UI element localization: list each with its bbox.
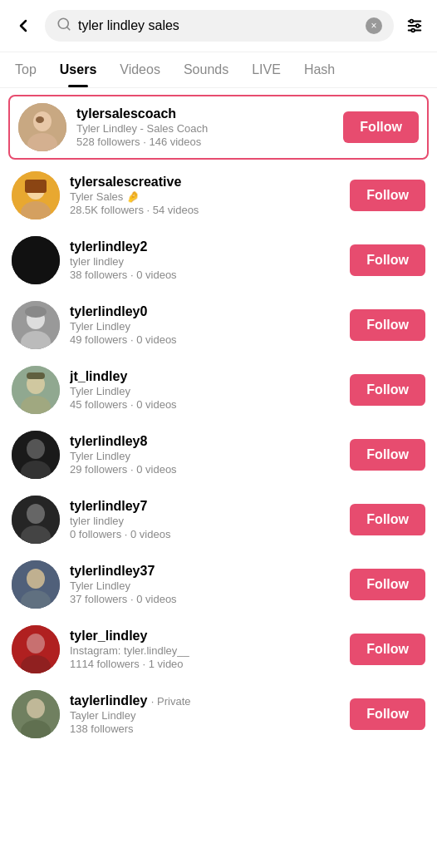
svg-rect-25: [27, 372, 45, 379]
user-name: Tyler Lindley: [70, 450, 340, 462]
follow-button[interactable]: Follow: [350, 504, 425, 535]
avatar: [12, 431, 60, 479]
user-info: tylersalescoach Tyler Lindley - Sales Co…: [76, 106, 333, 148]
user-info: jt_lindley Tyler Lindley 45 followers · …: [70, 369, 340, 411]
svg-rect-17: [12, 236, 60, 284]
list-item[interactable]: tylerlindley0 Tyler Lindley 49 followers…: [0, 293, 437, 358]
follow-button[interactable]: Follow: [350, 180, 425, 211]
user-handle: jt_lindley: [70, 369, 340, 384]
tab-users[interactable]: Users: [48, 52, 108, 87]
clear-button[interactable]: ×: [366, 17, 382, 34]
avatar: [12, 236, 60, 284]
avatar: [12, 171, 60, 219]
list-item[interactable]: tyler_lindley Instagram: tyler.lindley__…: [0, 617, 437, 682]
user-info: tylerlindley0 Tyler Lindley 49 followers…: [70, 304, 340, 346]
svg-point-30: [27, 504, 45, 524]
follow-button[interactable]: Follow: [350, 309, 425, 341]
clear-icon: ×: [371, 20, 376, 32]
private-badge: · Private: [151, 695, 191, 708]
user-name: Instagram: tyler.lindley__: [70, 644, 340, 657]
avatar: [12, 690, 60, 738]
follow-button[interactable]: Follow: [350, 439, 425, 471]
back-button[interactable]: [10, 12, 37, 39]
filter-button[interactable]: [402, 13, 427, 38]
user-info: tylersalescreative Tyler Sales 🤌 28.5K f…: [70, 175, 340, 216]
list-item[interactable]: tylerlindley37 Tyler Lindley 37 follower…: [0, 552, 437, 617]
svg-point-5: [410, 20, 414, 23]
svg-point-36: [27, 634, 45, 653]
svg-point-39: [27, 698, 45, 718]
follow-button[interactable]: Follow: [343, 111, 419, 143]
svg-point-33: [27, 569, 45, 589]
avatar: [12, 496, 60, 544]
user-handle: tylerlindley37: [70, 564, 340, 579]
user-stats: 37 followers · 0 videos: [70, 593, 340, 605]
list-item[interactable]: tylerlindley2 tyler lindley 38 followers…: [0, 228, 437, 293]
user-name: Tyler Lindley: [70, 385, 340, 397]
avatar: [12, 625, 60, 673]
user-stats: 45 followers · 0 videos: [70, 398, 340, 411]
list-item[interactable]: jt_lindley Tyler Lindley 45 followers · …: [0, 358, 437, 422]
list-item[interactable]: taylerlindley · Private Tayler Lindley 1…: [0, 682, 437, 747]
user-name: Tyler Sales 🤌: [70, 190, 340, 203]
user-name: Tayler Lindley: [70, 709, 340, 722]
tab-live[interactable]: LIVE: [240, 52, 292, 87]
list-item[interactable]: tylerlindley8 Tyler Lindley 29 followers…: [0, 422, 437, 487]
avatar: [12, 560, 60, 609]
follow-button[interactable]: Follow: [350, 374, 425, 406]
user-stats: 28.5K followers · 54 videos: [70, 204, 340, 216]
user-handle: tylerlindley7: [70, 499, 340, 514]
svg-point-27: [27, 439, 45, 459]
tab-videos[interactable]: Videos: [108, 52, 172, 87]
user-name: Tyler Lindley - Sales Coach: [76, 122, 333, 135]
user-handle: tylersalescoach: [76, 106, 333, 121]
follow-button[interactable]: Follow: [350, 569, 425, 600]
follow-button[interactable]: Follow: [350, 698, 425, 730]
user-name: tyler lindley: [70, 515, 340, 527]
search-bar: ×: [45, 10, 394, 42]
user-handle: tylersalescreative: [70, 175, 340, 190]
user-stats: 138 followers: [70, 723, 340, 735]
avatar: [18, 103, 66, 151]
svg-line-1: [66, 27, 69, 29]
user-stats: 0 followers · 0 videos: [70, 528, 340, 540]
avatar: [12, 366, 60, 414]
user-handle: tylerlindley8: [70, 434, 340, 449]
search-input[interactable]: [78, 18, 359, 33]
user-stats: 528 followers · 146 videos: [76, 136, 333, 148]
user-info: tyler_lindley Instagram: tyler.lindley__…: [70, 629, 340, 670]
user-name: Tyler Lindley: [70, 320, 340, 333]
svg-point-12: [36, 116, 44, 123]
tab-top[interactable]: Top: [3, 52, 48, 87]
search-icon: [56, 17, 71, 35]
user-list: tylersalescoach Tyler Lindley - Sales Co…: [0, 88, 437, 750]
list-item[interactable]: tylerlindley7 tyler lindley 0 followers …: [0, 487, 437, 552]
user-info: tylerlindley37 Tyler Lindley 37 follower…: [70, 564, 340, 605]
user-info: tylerlindley8 Tyler Lindley 29 followers…: [70, 434, 340, 476]
user-stats: 38 followers · 0 videos: [70, 269, 340, 281]
user-handle: tyler_lindley: [70, 629, 340, 644]
user-handle: tylerlindley0: [70, 304, 340, 319]
user-stats: 49 followers · 0 videos: [70, 333, 340, 346]
list-item[interactable]: tylersalescreative Tyler Sales 🤌 28.5K f…: [0, 163, 437, 228]
user-info: taylerlindley · Private Tayler Lindley 1…: [70, 693, 340, 735]
svg-point-7: [411, 29, 415, 32]
user-info: tylerlindley2 tyler lindley 38 followers…: [70, 239, 340, 281]
user-name: Tyler Lindley: [70, 579, 340, 592]
header: ×: [0, 0, 437, 52]
follow-button[interactable]: Follow: [350, 634, 425, 665]
user-stats: 1114 followers · 1 video: [70, 658, 340, 670]
avatar: [12, 301, 60, 349]
user-info: tylerlindley7 tyler lindley 0 followers …: [70, 499, 340, 540]
tabs-bar: Top Users Videos Sounds LIVE Hash: [0, 52, 437, 88]
user-handle: tylerlindley2: [70, 239, 340, 254]
follow-button[interactable]: Follow: [350, 244, 425, 276]
svg-rect-16: [25, 180, 47, 193]
user-stats: 29 followers · 0 videos: [70, 463, 340, 476]
svg-point-6: [416, 24, 420, 27]
user-name: tyler lindley: [70, 255, 340, 268]
list-item[interactable]: tylersalescoach Tyler Lindley - Sales Co…: [8, 95, 429, 160]
tab-hashtags[interactable]: Hash: [292, 52, 346, 87]
svg-rect-21: [25, 306, 47, 318]
tab-sounds[interactable]: Sounds: [172, 52, 240, 87]
